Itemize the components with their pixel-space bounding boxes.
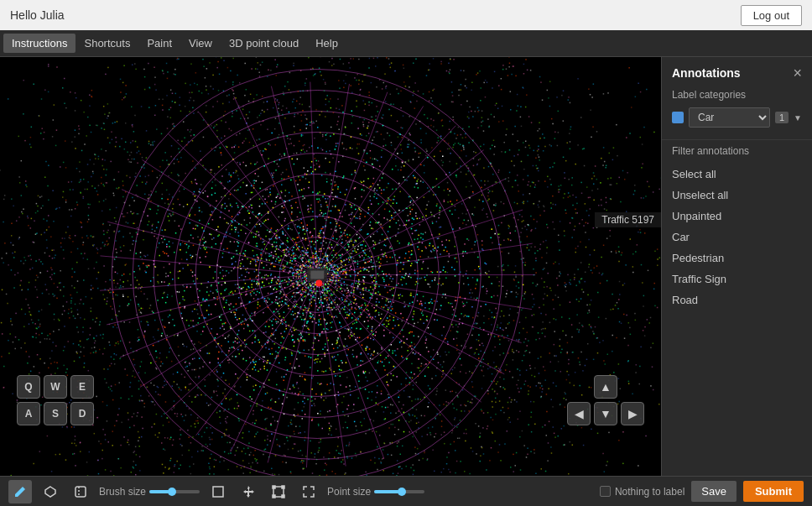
filter-unselect-all[interactable]: Unselect all: [662, 185, 812, 206]
nothing-to-label-checkbox[interactable]: [600, 486, 611, 497]
key-s: S: [44, 402, 67, 425]
rect-tool-btn[interactable]: [206, 480, 230, 503]
move-icon: [242, 485, 255, 498]
save-button[interactable]: Save: [691, 481, 737, 502]
bottom-toolbar: Brush size Point size: [0, 476, 812, 506]
key-q: Q: [17, 375, 40, 399]
category-select[interactable]: Car Pedestrian Traffic Sign Road: [689, 107, 770, 128]
nav-top-row: ▲: [594, 375, 617, 399]
filter-car[interactable]: Car: [662, 227, 812, 248]
pencil-tool-btn[interactable]: [8, 480, 32, 503]
lasso-tool-btn[interactable]: [69, 480, 92, 503]
nav-controls: ▲ ◀ ▼ ▶: [567, 375, 644, 425]
main-area: Traffic 5197 Q W E A S D ▲ ◀ ▼ ▶: [0, 57, 812, 476]
annotations-close-button[interactable]: ×: [793, 65, 802, 81]
menu-paint[interactable]: Paint: [138, 34, 180, 53]
greeting: Hello Julia: [10, 8, 65, 22]
keyboard-shortcuts-overlay: Q W E A S D: [17, 375, 94, 425]
nothing-to-label-text: Nothing to label: [615, 486, 684, 498]
nav-right-btn[interactable]: ▶: [621, 402, 644, 425]
category-number: 1: [775, 112, 789, 123]
point-size-fill: [374, 490, 399, 493]
nav-left-btn[interactable]: ◀: [567, 402, 591, 425]
brush-size-fill: [149, 490, 169, 493]
point-size-label: Point size: [327, 486, 371, 498]
fullscreen-tool-btn[interactable]: [297, 480, 320, 503]
svg-marker-0: [45, 487, 55, 497]
menu-view[interactable]: View: [180, 34, 221, 53]
label-categories-label: Label categories: [662, 86, 812, 106]
annotations-panel: Annotations × Label categories Car Pedes…: [661, 57, 812, 476]
brush-size-label: Brush size: [99, 486, 146, 498]
logout-button[interactable]: Log out: [741, 5, 802, 26]
point-size-control: Point size: [327, 486, 424, 498]
filter-annotations-label: Filter annotations: [662, 139, 812, 164]
annotations-header: Annotations ×: [662, 57, 812, 86]
dropdown-arrow-icon: ▼: [794, 113, 802, 123]
svg-rect-5: [273, 486, 275, 488]
rect-icon: [211, 485, 225, 498]
traffic-label: Traffic 5197: [595, 212, 661, 227]
filter-road[interactable]: Road: [662, 290, 812, 310]
nav-up-btn[interactable]: ▲: [594, 375, 617, 399]
menu-bar: Instructions Shortcuts Paint View 3D poi…: [0, 30, 812, 57]
point-size-thumb[interactable]: [398, 488, 406, 496]
point-size-slider[interactable]: [374, 490, 424, 493]
point-cloud-canvas: [0, 57, 661, 476]
fullscreen-icon: [302, 485, 315, 498]
key-d: D: [70, 402, 94, 425]
key-w: W: [44, 375, 67, 399]
svg-rect-7: [273, 495, 275, 498]
key-a: A: [17, 402, 40, 425]
transform-tool-btn[interactable]: [267, 480, 290, 503]
filter-traffic-sign[interactable]: Traffic Sign: [662, 269, 812, 290]
key-e: E: [70, 375, 94, 399]
move-tool-btn[interactable]: [237, 480, 260, 503]
svg-rect-1: [75, 487, 86, 497]
svg-rect-8: [282, 495, 284, 498]
transform-icon: [272, 485, 285, 498]
nothing-to-label-control: Nothing to label: [600, 486, 684, 498]
svg-rect-6: [282, 486, 284, 488]
menu-help[interactable]: Help: [307, 34, 346, 53]
category-color-swatch: [672, 112, 684, 123]
pencil-icon: [13, 485, 27, 498]
canvas-area[interactable]: Traffic 5197 Q W E A S D ▲ ◀ ▼ ▶: [0, 57, 661, 476]
nav-down-btn[interactable]: ▼: [594, 402, 617, 425]
key-row-bottom: A S D: [17, 402, 94, 425]
key-row-top: Q W E: [17, 375, 94, 399]
filter-select-all[interactable]: Select all: [662, 164, 812, 185]
polygon-icon: [44, 485, 57, 498]
annotations-title: Annotations: [672, 66, 741, 80]
brush-size-control: Brush size: [99, 486, 200, 498]
label-category-row: Car Pedestrian Traffic Sign Road 1 ▼: [662, 106, 812, 136]
svg-rect-3: [213, 487, 223, 497]
menu-instructions[interactable]: Instructions: [3, 34, 75, 53]
polygon-tool-btn[interactable]: [39, 480, 62, 503]
filter-pedestrian[interactable]: Pedestrian: [662, 248, 812, 269]
menu-shortcuts[interactable]: Shortcuts: [75, 34, 138, 53]
top-bar: Hello Julia Log out: [0, 0, 812, 30]
brush-size-thumb[interactable]: [168, 488, 176, 496]
brush-size-slider[interactable]: [149, 490, 200, 493]
filter-unpainted[interactable]: Unpainted: [662, 206, 812, 227]
submit-button[interactable]: Submit: [743, 481, 804, 502]
nav-mid-row: ◀ ▼ ▶: [567, 402, 644, 425]
menu-3d-point-cloud[interactable]: 3D point cloud: [221, 34, 307, 53]
lasso-icon: [74, 485, 87, 498]
